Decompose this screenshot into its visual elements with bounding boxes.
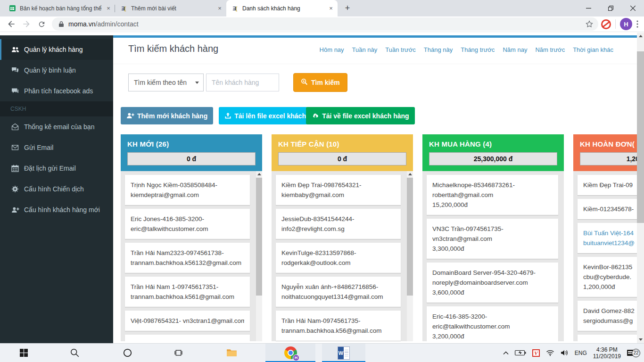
sidebar-section-label: CSKH xyxy=(0,101,113,116)
customer-card[interactable]: VN3C Trần-0974561735-vn3ctran@gmail.com3… xyxy=(427,219,558,259)
customer-card-line xyxy=(131,340,244,341)
browser-tab[interactable]: Ǝ[Thêm mới bài viết× xyxy=(115,0,226,16)
add-customer-button[interactable]: Thêm mới khách hàng xyxy=(121,107,213,124)
sidebar-item-comments[interactable]: Quản lý bình luận xyxy=(0,60,113,81)
sidebar-item-user-plus[interactable]: Cấu hình khách hàng mới xyxy=(0,199,113,220)
customer-card[interactable]: Kiềm-012345678- xyxy=(578,199,637,219)
page-scrollbar-thumb[interactable] xyxy=(637,51,644,223)
customer-card[interactable]: DomainBoard Server-954-320-4679-noreply@… xyxy=(427,263,558,303)
time-filter-link[interactable]: Hôm nay xyxy=(320,46,344,53)
omnibox[interactable]: moma.vn/admin/contact xyxy=(52,17,598,31)
cortana-button[interactable] xyxy=(117,344,138,362)
time-filter-link[interactable]: Tuần trước xyxy=(385,46,415,53)
customer-card[interactable]: JessieDub-83541544244-info2@revlight.com… xyxy=(276,209,401,239)
time-filter-link[interactable]: Năm nay xyxy=(503,46,527,53)
kanban-board: KH MỚI (26)0 đTrịnh Ngọc Kiềm-0358508484… xyxy=(113,134,637,341)
language-indicator[interactable]: ENG xyxy=(575,350,587,356)
time-filter-link[interactable]: Năm trước xyxy=(535,46,565,53)
add-customer-label: Thêm mới khách hàng xyxy=(137,112,207,120)
sidebar-item-calendar[interactable]: Đặt lịch gửi Email xyxy=(0,158,113,179)
customer-card[interactable]: Trần Hải Nam 1-09745617351-trannam.bachk… xyxy=(125,277,250,307)
search-button[interactable]: Tìm kiếm xyxy=(293,73,347,92)
customer-card-line: 3,200,000đ xyxy=(432,331,553,341)
battery-icon[interactable] xyxy=(515,350,526,356)
customer-card-line: vn3ctran@gmail.com xyxy=(432,234,553,244)
bookmark-star-button[interactable] xyxy=(583,20,595,28)
page-scrollbar[interactable] xyxy=(637,33,644,343)
customer-card[interactable]: Trần Hải Nam-0974561735-trannam.bachkhoa… xyxy=(276,311,401,341)
customer-card[interactable]: Kiềm Đẹp Trai-0987654321-kiembaby@gmail.… xyxy=(276,175,401,205)
customer-card-line: trannam.bachkhoa.k561@gmail.com xyxy=(131,292,244,302)
file-explorer-button[interactable] xyxy=(221,344,242,362)
taskbar-search-button[interactable] xyxy=(64,344,85,362)
tab-close-icon[interactable]: × xyxy=(327,5,335,12)
scroll-down-arrow[interactable] xyxy=(637,336,644,343)
customer-card[interactable]: KevinBor-862135cbu@cyberdude.1,200,000đ xyxy=(578,257,637,297)
customer-card-line: Trần Hải Nam2323-0974561738- xyxy=(131,248,244,258)
column-scroll-up-arrow[interactable] xyxy=(256,171,262,177)
column-scrollbar[interactable] xyxy=(407,171,413,341)
word-taskbar-button[interactable]: W xyxy=(322,344,365,362)
new-tab-button[interactable]: + xyxy=(341,2,354,15)
customer-card[interactable]: KevinTulge-82313597868-rodgerkak@outlook… xyxy=(276,243,401,273)
forward-button[interactable] xyxy=(20,17,33,31)
browser-tab[interactable]: Bản kế hoạch bán hàng tổng thể× xyxy=(4,0,115,16)
column-scrollbar[interactable] xyxy=(256,171,262,341)
browser-menu-icon[interactable] xyxy=(636,20,638,28)
tab-close-icon[interactable]: × xyxy=(216,5,223,12)
chrome-taskbar-button[interactable]: H xyxy=(265,344,315,362)
start-button[interactable] xyxy=(13,344,34,362)
search-plus-icon xyxy=(301,78,308,87)
customer-card[interactable]: Trần Hải Nam2323-0974561738-trannam.bach… xyxy=(125,243,250,273)
scroll-up-arrow[interactable] xyxy=(637,33,644,40)
sidebar-item-envelope[interactable]: Gửi Email xyxy=(0,137,113,158)
time-filter-link[interactable]: Tuần này xyxy=(352,46,378,53)
customer-card[interactable] xyxy=(578,335,637,341)
sidebar-item-envelope-open[interactable]: Thống kê email của bạn xyxy=(0,116,113,137)
customer-card[interactable]: Việt-0987654321- vn3ctran1@gmail.com xyxy=(125,311,250,331)
customer-card[interactable]: Michaelknope-85346873261-roberttah@gmail… xyxy=(427,175,558,215)
refresh-button[interactable] xyxy=(35,17,48,31)
column-scroll-up-arrow[interactable] xyxy=(407,171,413,177)
back-button[interactable] xyxy=(5,17,18,31)
customer-card[interactable]: Trịnh Ngọc Kiềm-0358508484-kiemdeptrai@g… xyxy=(125,175,250,205)
sidebar-item-comment[interactable]: Phân tích facebook ads xyxy=(0,81,113,101)
customer-card-line: 1,200,000đ xyxy=(583,282,637,292)
time-filter-link[interactable]: Tháng trước xyxy=(461,46,495,53)
browser-tab[interactable]: Ǝ[Danh sách khách hàng× xyxy=(226,0,338,16)
customer-card[interactable]: Eric-416-385-3200-eric@talkwithcustomer.… xyxy=(427,306,558,341)
customer-card[interactable]: Kiềm Đẹp Trai-09 xyxy=(578,175,637,195)
wifi-icon[interactable] xyxy=(546,350,554,356)
tray-chevron-up-icon[interactable] xyxy=(503,351,509,355)
customer-card[interactable]: David Gomez-882sergiodumass@g xyxy=(578,301,637,331)
volume-icon[interactable] xyxy=(561,349,569,356)
minimize-button[interactable] xyxy=(578,0,600,16)
adblock-extension-icon[interactable] xyxy=(601,19,611,29)
antivirus-tray-icon[interactable]: V xyxy=(532,349,540,357)
kanban-column-header: KH MỚI (26)0 đ xyxy=(121,134,262,171)
task-view-button[interactable] xyxy=(168,344,189,362)
time-filter-link[interactable]: Tháng này xyxy=(424,46,453,53)
notification-center-button[interactable]: 22 xyxy=(627,349,640,357)
download-excel-button[interactable]: Tải về file excel khách hàng xyxy=(306,107,414,124)
customer-name-input[interactable] xyxy=(206,74,279,91)
customer-card[interactable]: Bùi Tuấn Việt-164buituanviet1234@ xyxy=(578,223,637,253)
upload-excel-button[interactable]: Tải lên file excel khách hàng xyxy=(219,107,307,124)
chevron-down-icon xyxy=(195,82,199,84)
kanban-column: KH MUA HÀNG (4)25,300,000 đMichaelknope-… xyxy=(422,134,564,341)
tab-close-icon[interactable]: × xyxy=(105,5,112,12)
restore-button[interactable] xyxy=(600,0,622,16)
sidebar-item-users[interactable]: Quản lý khách hàng xyxy=(0,39,113,60)
search-type-select[interactable]: Tìm kiếm theo tên xyxy=(128,74,204,91)
time-filter-link[interactable]: Thời gian khác xyxy=(573,46,613,53)
taskbar-clock[interactable]: 4:36 PM 11/20/2019 xyxy=(593,346,621,360)
sidebar-item-gear[interactable]: Cấu hình Chiến dịch xyxy=(0,179,113,199)
column-scrollbar-thumb[interactable] xyxy=(256,178,262,296)
column-scrollbar-thumb[interactable] xyxy=(407,178,413,296)
close-button[interactable] xyxy=(622,0,644,16)
customer-card[interactable] xyxy=(125,335,250,341)
profile-avatar[interactable]: H xyxy=(620,18,632,30)
customer-card[interactable]: Eric Jones-416-385-3200-eric@talkwithcus… xyxy=(125,209,250,239)
customer-card[interactable]: Nguyễn xuân ánh-+84862716856-noithatcuon… xyxy=(276,277,401,307)
browser-tabstrip: Bản kế hoạch bán hàng tổng thể×Ǝ[Thêm mớ… xyxy=(0,0,644,16)
